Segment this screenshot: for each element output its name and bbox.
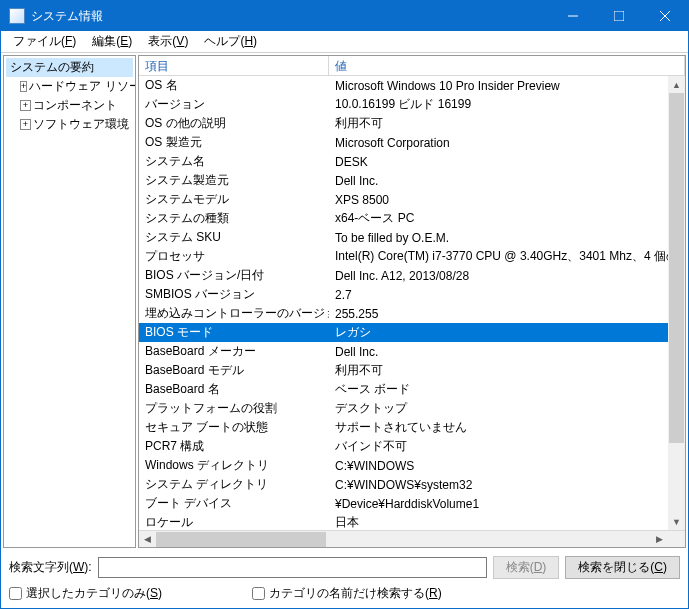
scroll-thumb[interactable] bbox=[669, 93, 684, 443]
cell-item: システム製造元 bbox=[139, 172, 329, 189]
list-row[interactable]: ブート デバイス¥Device¥HarddiskVolume1 bbox=[139, 494, 685, 513]
tree-label: システムの要約 bbox=[10, 59, 94, 76]
cell-item: BaseBoard 名 bbox=[139, 381, 329, 398]
scroll-thumb[interactable] bbox=[156, 532, 326, 547]
close-button[interactable] bbox=[642, 1, 688, 31]
scroll-track[interactable] bbox=[668, 93, 685, 513]
scroll-right-icon[interactable]: ▶ bbox=[651, 531, 668, 548]
list-row[interactable]: OS の他の説明利用不可 bbox=[139, 114, 685, 133]
checkbox[interactable] bbox=[9, 587, 22, 600]
maximize-button[interactable] bbox=[596, 1, 642, 31]
menu-view[interactable]: 表示(V) bbox=[140, 31, 196, 52]
minimize-button[interactable] bbox=[550, 1, 596, 31]
cell-item: プロセッサ bbox=[139, 248, 329, 265]
list-row[interactable]: BaseBoard モデル利用不可 bbox=[139, 361, 685, 380]
cell-value: To be filled by O.E.M. bbox=[329, 231, 685, 245]
cell-value: Microsoft Corporation bbox=[329, 136, 685, 150]
cell-item: プラットフォームの役割 bbox=[139, 400, 329, 417]
search-panel: 検索文字列(W): 検索(D) 検索を閉じる(C) 選択したカテゴリのみ(S) … bbox=[1, 550, 688, 606]
category-tree[interactable]: システムの要約 + ハードウェア リソース + コンポーネント + ソフトウェア… bbox=[3, 55, 136, 548]
expand-icon[interactable]: + bbox=[20, 81, 27, 92]
close-search-button[interactable]: 検索を閉じる(C) bbox=[565, 556, 680, 579]
scroll-down-icon[interactable]: ▼ bbox=[668, 513, 685, 530]
list-row[interactable]: システム SKUTo be filled by O.E.M. bbox=[139, 228, 685, 247]
search-input[interactable] bbox=[98, 557, 487, 578]
cell-item: 埋め込みコントローラーのバージョン bbox=[139, 305, 329, 322]
list-row[interactable]: システムの種類x64-ベース PC bbox=[139, 209, 685, 228]
list-row[interactable]: Windows ディレクトリC:¥WINDOWS bbox=[139, 456, 685, 475]
list-row[interactable]: セキュア ブートの状態サポートされていません bbox=[139, 418, 685, 437]
list-row[interactable]: ロケール日本 bbox=[139, 513, 685, 530]
cell-item: BIOS バージョン/日付 bbox=[139, 267, 329, 284]
tree-item-system-summary[interactable]: システムの要約 bbox=[6, 58, 133, 77]
list-header: 項目 値 bbox=[139, 56, 685, 76]
list-row[interactable]: BIOS バージョン/日付Dell Inc. A12, 2013/08/28 bbox=[139, 266, 685, 285]
maximize-icon bbox=[614, 11, 624, 21]
cell-item: BaseBoard モデル bbox=[139, 362, 329, 379]
cell-item: システムモデル bbox=[139, 191, 329, 208]
close-icon bbox=[660, 11, 670, 21]
cell-value: Dell Inc. bbox=[329, 174, 685, 188]
list-row[interactable]: SMBIOS バージョン2.7 bbox=[139, 285, 685, 304]
list-row[interactable]: システム ディレクトリC:¥WINDOWS¥system32 bbox=[139, 475, 685, 494]
cell-value: 2.7 bbox=[329, 288, 685, 302]
vertical-scrollbar[interactable]: ▲ ▼ bbox=[668, 76, 685, 530]
cell-value: 10.0.16199 ビルド 16199 bbox=[329, 96, 685, 113]
tree-label: ハードウェア リソース bbox=[29, 78, 136, 95]
cell-value: C:¥WINDOWS bbox=[329, 459, 685, 473]
tree-item-components[interactable]: + コンポーネント bbox=[6, 96, 133, 115]
cell-item: BaseBoard メーカー bbox=[139, 343, 329, 360]
list-body[interactable]: OS 名Microsoft Windows 10 Pro Insider Pre… bbox=[139, 76, 685, 530]
selected-category-only-checkbox[interactable]: 選択したカテゴリのみ(S) bbox=[9, 585, 162, 602]
list-row[interactable]: システム製造元Dell Inc. bbox=[139, 171, 685, 190]
list-row[interactable]: プラットフォームの役割デスクトップ bbox=[139, 399, 685, 418]
menu-edit[interactable]: 編集(E) bbox=[84, 31, 140, 52]
category-name-only-checkbox[interactable]: カテゴリの名前だけ検索する(R) bbox=[252, 585, 442, 602]
search-label: 検索文字列(W): bbox=[9, 559, 92, 576]
scroll-up-icon[interactable]: ▲ bbox=[668, 76, 685, 93]
scroll-left-icon[interactable]: ◀ bbox=[139, 531, 156, 548]
cell-item: システム名 bbox=[139, 153, 329, 170]
cell-value: DESK bbox=[329, 155, 685, 169]
cell-item: セキュア ブートの状態 bbox=[139, 419, 329, 436]
menu-help[interactable]: ヘルプ(H) bbox=[196, 31, 265, 52]
list-row[interactable]: OS 製造元Microsoft Corporation bbox=[139, 133, 685, 152]
list-row[interactable]: バージョン10.0.16199 ビルド 16199 bbox=[139, 95, 685, 114]
list-row[interactable]: BaseBoard 名ベース ボード bbox=[139, 380, 685, 399]
cell-item: システムの種類 bbox=[139, 210, 329, 227]
horizontal-scroll-area: ◀ ▶ bbox=[139, 530, 685, 547]
tree-item-software[interactable]: + ソフトウェア環境 bbox=[6, 115, 133, 134]
cell-value: 255.255 bbox=[329, 307, 685, 321]
cell-value: レガシ bbox=[329, 324, 685, 341]
expand-icon[interactable]: + bbox=[20, 119, 31, 130]
app-icon bbox=[9, 8, 25, 24]
list-row[interactable]: 埋め込みコントローラーのバージョン255.255 bbox=[139, 304, 685, 323]
cell-item: OS の他の説明 bbox=[139, 115, 329, 132]
cell-item: Windows ディレクトリ bbox=[139, 457, 329, 474]
expand-icon[interactable]: + bbox=[20, 100, 31, 111]
horizontal-scrollbar[interactable]: ◀ ▶ bbox=[139, 531, 668, 547]
cell-item: SMBIOS バージョン bbox=[139, 286, 329, 303]
menu-file[interactable]: ファイル(F) bbox=[5, 31, 84, 52]
list-row[interactable]: PCR7 構成バインド不可 bbox=[139, 437, 685, 456]
svg-rect-1 bbox=[614, 11, 624, 21]
tree-label: コンポーネント bbox=[33, 97, 117, 114]
checkbox[interactable] bbox=[252, 587, 265, 600]
find-button[interactable]: 検索(D) bbox=[493, 556, 560, 579]
titlebar[interactable]: システム情報 bbox=[1, 1, 688, 31]
list-row[interactable]: BIOS モードレガシ bbox=[139, 323, 685, 342]
list-row[interactable]: BaseBoard メーカーDell Inc. bbox=[139, 342, 685, 361]
list-row[interactable]: システムモデルXPS 8500 bbox=[139, 190, 685, 209]
cell-value: x64-ベース PC bbox=[329, 210, 685, 227]
tree-label: ソフトウェア環境 bbox=[33, 116, 129, 133]
tree-item-hardware[interactable]: + ハードウェア リソース bbox=[6, 77, 133, 96]
cell-item: BIOS モード bbox=[139, 324, 329, 341]
cell-item: OS 製造元 bbox=[139, 134, 329, 151]
cell-value: Microsoft Windows 10 Pro Insider Preview bbox=[329, 79, 685, 93]
column-value[interactable]: 値 bbox=[329, 56, 685, 75]
column-item[interactable]: 項目 bbox=[139, 56, 329, 75]
details-list[interactable]: 項目 値 OS 名Microsoft Windows 10 Pro Inside… bbox=[138, 55, 686, 548]
list-row[interactable]: OS 名Microsoft Windows 10 Pro Insider Pre… bbox=[139, 76, 685, 95]
list-row[interactable]: プロセッサIntel(R) Core(TM) i7-3770 CPU @ 3.4… bbox=[139, 247, 685, 266]
list-row[interactable]: システム名DESK bbox=[139, 152, 685, 171]
